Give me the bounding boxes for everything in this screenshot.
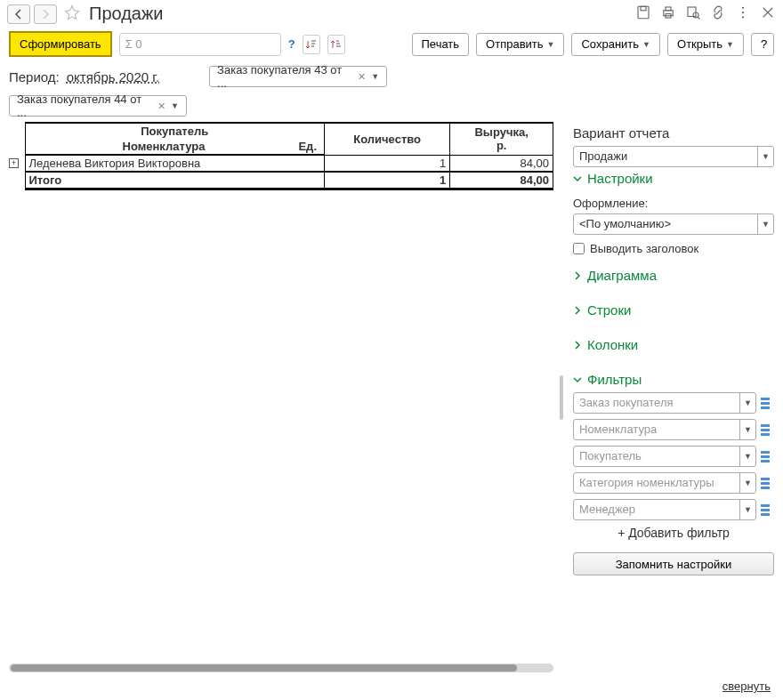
chevron-down-icon[interactable]: ▼ — [739, 500, 755, 519]
chevron-down-icon[interactable]: ▼ — [757, 147, 773, 166]
svg-rect-3 — [666, 7, 671, 11]
chevron-down-icon[interactable]: ▼ — [757, 214, 773, 234]
period-value-link[interactable]: октябрь 2020 г. — [67, 69, 159, 84]
filter-manager-select[interactable]: Менеджер ▼ — [573, 499, 756, 520]
filter-mode-icon[interactable] — [760, 503, 774, 516]
decoration-select[interactable]: <По умолчанию> ▼ — [573, 213, 774, 235]
svg-line-7 — [698, 17, 699, 19]
svg-rect-32 — [761, 509, 770, 511]
filter-mode-icon[interactable] — [760, 477, 774, 489]
col-revenue: Выручка,р. — [450, 123, 553, 155]
chip-close-icon[interactable]: ✕ — [157, 101, 165, 112]
sort-asc-button[interactable] — [303, 35, 320, 54]
col-quantity: Количество — [325, 123, 450, 155]
collapse-link[interactable]: свернуть — [722, 680, 771, 693]
print-icon[interactable] — [660, 4, 676, 23]
open-button[interactable]: Открыть▼ — [667, 33, 744, 56]
diagram-section-toggle[interactable]: Диаграмма — [573, 268, 774, 283]
svg-rect-22 — [761, 424, 770, 427]
svg-rect-30 — [761, 487, 770, 489]
save-icon[interactable] — [635, 4, 651, 23]
preview-icon[interactable] — [685, 4, 701, 23]
chip-close-icon[interactable]: ✕ — [358, 71, 366, 83]
more-icon[interactable] — [735, 4, 751, 23]
save-button[interactable]: Сохранить▼ — [571, 33, 660, 56]
filter-buyer-select[interactable]: Покупатель ▼ — [573, 446, 756, 467]
svg-rect-26 — [761, 455, 770, 458]
chevron-down-icon[interactable]: ▼ — [739, 473, 755, 493]
print-button[interactable]: Печать — [412, 33, 470, 56]
sum-placeholder: Σ 0 — [125, 37, 142, 51]
svg-point-8 — [742, 7, 744, 9]
filter-manager: Менеджер ▼ — [573, 499, 774, 520]
filter-buyer: Покупатель ▼ — [573, 446, 774, 467]
link-icon[interactable] — [710, 4, 726, 23]
chevron-down-icon: ▼ — [171, 101, 179, 110]
svg-point-9 — [742, 12, 744, 13]
svg-rect-5 — [688, 7, 696, 17]
chevron-down-icon: ▼ — [726, 40, 734, 49]
settings-section-toggle[interactable]: Настройки — [573, 171, 774, 186]
variant-select[interactable]: Продажи ▼ — [573, 146, 774, 167]
report-table: Покупатель Количество Выручка,р. Номенкл… — [9, 122, 553, 190]
filter-category-select[interactable]: Категория номенклатуры ▼ — [573, 472, 756, 494]
filter-category: Категория номенклатуры ▼ — [573, 472, 774, 494]
chevron-down-icon[interactable]: ▼ — [739, 393, 755, 413]
filter-mode-icon[interactable] — [760, 397, 774, 409]
col-nomenclature: Номенклатура Ед. — [25, 139, 325, 155]
filter-mode-icon[interactable] — [760, 450, 774, 463]
help-button[interactable]: ? — [751, 33, 774, 56]
chevron-down-icon[interactable]: ▼ — [739, 420, 755, 439]
report-area: Покупатель Количество Выручка,р. Номенкл… — [9, 122, 553, 672]
svg-point-10 — [742, 16, 744, 18]
chevron-down-icon: ▼ — [642, 40, 650, 49]
svg-rect-23 — [761, 429, 770, 431]
sum-help-icon[interactable]: ? — [288, 37, 295, 51]
chevron-down-icon: ▼ — [547, 40, 555, 49]
generate-button[interactable]: Сформировать — [9, 31, 112, 57]
vertical-splitter[interactable] — [559, 122, 564, 672]
svg-rect-20 — [761, 402, 770, 405]
filter-order: Заказ покупателя ▼ — [573, 392, 774, 414]
svg-rect-27 — [761, 460, 770, 463]
nav-back-button[interactable] — [7, 4, 30, 24]
decoration-label: Оформление: — [573, 197, 774, 210]
col-buyer: Покупатель — [25, 123, 325, 139]
svg-rect-29 — [761, 482, 770, 485]
sum-input[interactable]: Σ 0 — [119, 33, 281, 56]
variant-title: Вариант отчета — [573, 125, 774, 141]
svg-rect-0 — [638, 6, 649, 19]
table-row[interactable]: + Леденева Виктория Викторовна 1 84,00 — [9, 155, 553, 172]
period-label: Период: — [9, 69, 60, 84]
cols-section-toggle[interactable]: Колонки — [573, 337, 774, 352]
send-button[interactable]: Отправить▼ — [476, 33, 564, 56]
remember-settings-button[interactable]: Запомнить настройки — [573, 552, 774, 575]
close-icon[interactable] — [760, 4, 776, 23]
filter-mode-icon[interactable] — [760, 423, 774, 436]
horizontal-scrollbar[interactable] — [9, 664, 553, 672]
settings-panel: Вариант отчета Продажи ▼ Настройки Оформ… — [569, 122, 774, 672]
add-filter-link[interactable]: + Добавить фильтр — [573, 526, 774, 540]
filter-chip-2[interactable]: Заказ покупателя 44 от ... ✕ ▼ — [9, 95, 187, 117]
filter-nomenclature-select[interactable]: Номенклатура ▼ — [573, 419, 756, 440]
page-title: Продажи — [89, 4, 632, 24]
show-header-checkbox[interactable]: Выводить заголовок — [573, 242, 774, 255]
chevron-down-icon[interactable]: ▼ — [739, 447, 755, 466]
svg-rect-31 — [761, 504, 770, 507]
filter-chip-1[interactable]: Заказ покупателя 43 от ... ✕ ▼ — [209, 66, 387, 87]
rows-section-toggle[interactable]: Строки — [573, 302, 774, 318]
nav-forward-button — [34, 4, 57, 24]
svg-rect-2 — [664, 11, 674, 16]
svg-rect-28 — [761, 478, 770, 480]
favorite-star-icon[interactable] — [64, 4, 80, 23]
svg-rect-25 — [761, 451, 770, 454]
expand-row-icon[interactable]: + — [9, 158, 19, 168]
filter-order-select[interactable]: Заказ покупателя ▼ — [573, 392, 756, 414]
sort-desc-button[interactable] — [327, 35, 345, 54]
svg-rect-19 — [761, 398, 770, 400]
filters-section-toggle[interactable]: Фильтры — [573, 372, 774, 387]
svg-rect-21 — [761, 406, 770, 409]
chevron-down-icon: ▼ — [371, 72, 379, 81]
svg-rect-33 — [761, 513, 770, 516]
svg-rect-24 — [761, 433, 770, 436]
